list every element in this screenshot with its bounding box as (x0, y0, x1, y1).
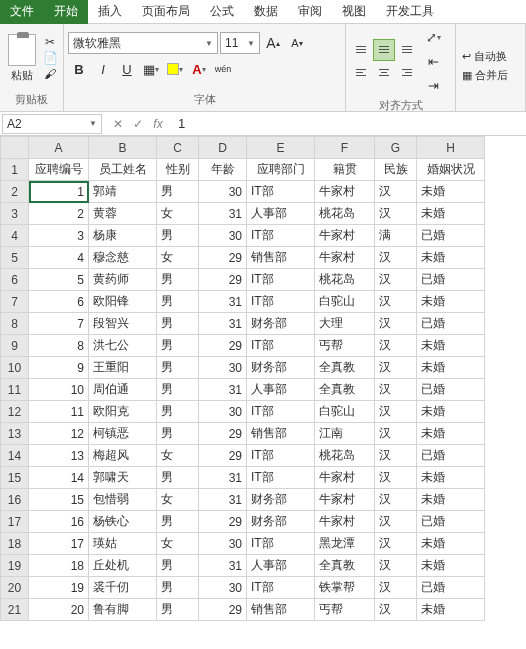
cell[interactable]: 牛家村 (315, 247, 375, 269)
cell[interactable]: 汉 (375, 247, 417, 269)
cut-icon[interactable]: ✂ (42, 35, 58, 49)
cell[interactable]: 30 (199, 181, 247, 203)
cell[interactable]: 未婚 (417, 401, 485, 423)
cell[interactable]: 7 (29, 313, 89, 335)
row-header[interactable]: 9 (1, 335, 29, 357)
cell[interactable]: 29 (199, 599, 247, 621)
align-left-button[interactable] (350, 62, 372, 84)
enter-icon[interactable]: ✓ (130, 117, 146, 131)
cell[interactable]: 男 (157, 401, 199, 423)
row-header[interactable]: 17 (1, 511, 29, 533)
row-header[interactable]: 7 (1, 291, 29, 313)
font-name-select[interactable]: 微软雅黑 ▼ (68, 32, 218, 54)
menu-tab-7[interactable]: 开发工具 (376, 0, 444, 24)
italic-button[interactable]: I (92, 58, 114, 80)
cell[interactable]: 29 (199, 335, 247, 357)
cell[interactable]: 男 (157, 313, 199, 335)
row-header[interactable]: 6 (1, 269, 29, 291)
row-header[interactable]: 15 (1, 467, 29, 489)
cancel-icon[interactable]: ✕ (110, 117, 126, 131)
cell[interactable]: 丐帮 (315, 599, 375, 621)
cell[interactable]: 未婚 (417, 423, 485, 445)
cell[interactable]: 桃花岛 (315, 445, 375, 467)
cell[interactable]: 男 (157, 511, 199, 533)
wrap-text-button[interactable]: ↩自动换 (460, 47, 509, 66)
cell[interactable]: IT部 (247, 269, 315, 291)
cell[interactable]: 31 (199, 555, 247, 577)
cell[interactable]: 裘千仞 (89, 577, 157, 599)
cell[interactable]: 8 (29, 335, 89, 357)
cell[interactable]: 男 (157, 379, 199, 401)
row-header[interactable]: 14 (1, 445, 29, 467)
cell[interactable]: 31 (199, 313, 247, 335)
cell[interactable]: 牛家村 (315, 467, 375, 489)
name-box[interactable]: A2 ▼ (2, 114, 102, 134)
cell[interactable]: 大理 (315, 313, 375, 335)
cell[interactable]: 未婚 (417, 489, 485, 511)
cell[interactable]: 全真教 (315, 555, 375, 577)
column-header[interactable]: B (89, 137, 157, 159)
phonetic-button[interactable]: wén (212, 58, 234, 80)
align-bottom-button[interactable] (396, 39, 418, 61)
underline-button[interactable]: U (116, 58, 138, 80)
cell[interactable]: 已婚 (417, 225, 485, 247)
cell[interactable]: 郭靖 (89, 181, 157, 203)
row-header[interactable]: 2 (1, 181, 29, 203)
header-cell[interactable]: 应聘编号 (29, 159, 89, 181)
cell[interactable]: 13 (29, 445, 89, 467)
formula-input[interactable]: 1 (172, 114, 526, 134)
cell[interactable]: 12 (29, 423, 89, 445)
menu-tab-6[interactable]: 视图 (332, 0, 376, 24)
cell[interactable]: 18 (29, 555, 89, 577)
cell[interactable]: IT部 (247, 291, 315, 313)
cell[interactable]: 铁掌帮 (315, 577, 375, 599)
cell[interactable]: 包惜弱 (89, 489, 157, 511)
cell[interactable]: 鲁有脚 (89, 599, 157, 621)
row-header[interactable]: 20 (1, 577, 29, 599)
cell[interactable]: 杨康 (89, 225, 157, 247)
cell[interactable]: 穆念慈 (89, 247, 157, 269)
cell[interactable]: 9 (29, 357, 89, 379)
cell[interactable]: 未婚 (417, 203, 485, 225)
cell[interactable]: 29 (199, 423, 247, 445)
cell[interactable]: 汉 (375, 467, 417, 489)
cell[interactable]: 梅超风 (89, 445, 157, 467)
decrease-font-button[interactable]: A▾ (286, 32, 308, 54)
cell[interactable]: 男 (157, 467, 199, 489)
orientation-button[interactable]: ⤢▾ (422, 26, 444, 48)
cell[interactable]: 5 (29, 269, 89, 291)
cell[interactable]: 黄蓉 (89, 203, 157, 225)
cell[interactable]: 牛家村 (315, 181, 375, 203)
border-button[interactable]: ▦▾ (140, 58, 162, 80)
cell[interactable]: 女 (157, 533, 199, 555)
column-header[interactable]: G (375, 137, 417, 159)
cell[interactable]: 30 (199, 401, 247, 423)
menu-tab-4[interactable]: 数据 (244, 0, 288, 24)
cell[interactable]: 已婚 (417, 577, 485, 599)
header-cell[interactable]: 应聘部门 (247, 159, 315, 181)
cell[interactable]: 31 (199, 203, 247, 225)
cell[interactable]: 销售部 (247, 247, 315, 269)
cell[interactable]: 女 (157, 489, 199, 511)
cell[interactable]: 汉 (375, 269, 417, 291)
font-size-select[interactable]: 11 ▼ (220, 32, 260, 54)
row-header[interactable]: 1 (1, 159, 29, 181)
cell[interactable]: 30 (199, 357, 247, 379)
cell[interactable]: 财务部 (247, 313, 315, 335)
cell[interactable]: 已婚 (417, 313, 485, 335)
cell[interactable]: 欧阳克 (89, 401, 157, 423)
cell[interactable]: 黄药师 (89, 269, 157, 291)
cell[interactable]: 汉 (375, 291, 417, 313)
cell[interactable]: 瑛姑 (89, 533, 157, 555)
row-header[interactable]: 21 (1, 599, 29, 621)
cell[interactable]: 30 (199, 533, 247, 555)
menu-tab-5[interactable]: 审阅 (288, 0, 332, 24)
column-header[interactable]: E (247, 137, 315, 159)
cell[interactable]: 男 (157, 555, 199, 577)
cell[interactable]: 2 (29, 203, 89, 225)
column-header[interactable]: D (199, 137, 247, 159)
row-header[interactable]: 19 (1, 555, 29, 577)
format-painter-icon[interactable]: 🖌 (42, 67, 58, 81)
header-cell[interactable]: 婚姻状况 (417, 159, 485, 181)
cell[interactable]: 29 (199, 269, 247, 291)
